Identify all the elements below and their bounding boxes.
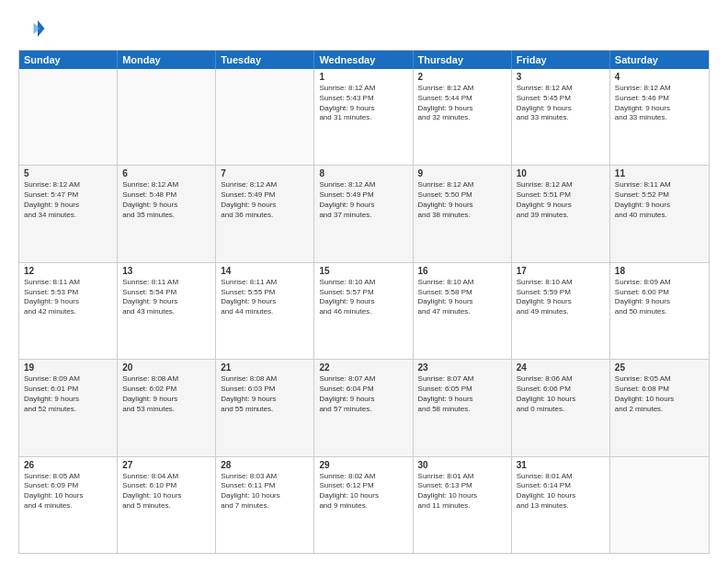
day-number: 9	[418, 168, 506, 178]
day-info: Sunrise: 8:12 AM Sunset: 5:49 PM Dayligh…	[221, 180, 309, 220]
day-info: Sunrise: 8:12 AM Sunset: 5:44 PM Dayligh…	[418, 84, 506, 123]
day-info: Sunrise: 8:12 AM Sunset: 5:47 PM Dayligh…	[24, 180, 112, 220]
day-number: 20	[122, 362, 210, 373]
day-number: 28	[221, 460, 309, 470]
day-info: Sunrise: 8:11 AM Sunset: 5:55 PM Dayligh…	[221, 278, 309, 317]
day-number: 27	[122, 460, 210, 470]
day-info: Sunrise: 8:12 AM Sunset: 5:48 PM Dayligh…	[122, 180, 210, 220]
week-row-2: 5Sunrise: 8:12 AM Sunset: 5:47 PM Daylig…	[19, 166, 709, 262]
day-info: Sunrise: 8:12 AM Sunset: 5:43 PM Dayligh…	[319, 84, 407, 123]
day-info: Sunrise: 8:04 AM Sunset: 6:10 PM Dayligh…	[122, 472, 210, 511]
day-cell-13: 13Sunrise: 8:11 AM Sunset: 5:54 PM Dayli…	[118, 263, 216, 359]
day-number: 2	[418, 72, 506, 82]
day-number: 3	[517, 72, 605, 82]
week-row-3: 12Sunrise: 8:11 AM Sunset: 5:53 PM Dayli…	[19, 263, 709, 360]
day-cell-20: 20Sunrise: 8:08 AM Sunset: 6:02 PM Dayli…	[118, 360, 216, 455]
day-cell-empty-0-0	[19, 69, 118, 165]
day-number: 22	[319, 362, 407, 373]
day-number: 11	[615, 168, 704, 178]
calendar: SundayMondayTuesdayWednesdayThursdayFrid…	[18, 50, 710, 554]
day-number: 17	[517, 266, 605, 276]
day-info: Sunrise: 8:12 AM Sunset: 5:46 PM Dayligh…	[615, 84, 704, 123]
day-info: Sunrise: 8:01 AM Sunset: 6:14 PM Dayligh…	[517, 472, 605, 511]
header-day-tuesday: Tuesday	[216, 51, 314, 69]
day-number: 1	[319, 72, 407, 82]
day-cell-3: 3Sunrise: 8:12 AM Sunset: 5:45 PM Daylig…	[512, 69, 610, 165]
day-number: 6	[122, 168, 210, 178]
day-number: 7	[221, 168, 309, 178]
day-cell-14: 14Sunrise: 8:11 AM Sunset: 5:55 PM Dayli…	[216, 263, 314, 359]
day-number: 26	[24, 460, 112, 470]
day-info: Sunrise: 8:09 AM Sunset: 6:01 PM Dayligh…	[24, 374, 112, 414]
week-row-4: 19Sunrise: 8:09 AM Sunset: 6:01 PM Dayli…	[19, 360, 709, 456]
day-cell-10: 10Sunrise: 8:12 AM Sunset: 5:51 PM Dayli…	[512, 166, 610, 261]
day-info: Sunrise: 8:02 AM Sunset: 6:12 PM Dayligh…	[319, 472, 407, 511]
day-number: 30	[418, 460, 506, 470]
day-cell-31: 31Sunrise: 8:01 AM Sunset: 6:14 PM Dayli…	[512, 457, 610, 553]
day-cell-24: 24Sunrise: 8:06 AM Sunset: 6:06 PM Dayli…	[512, 360, 610, 455]
day-cell-empty-0-1	[118, 69, 216, 165]
day-info: Sunrise: 8:12 AM Sunset: 5:49 PM Dayligh…	[319, 180, 407, 220]
header-day-friday: Friday	[512, 51, 610, 69]
day-info: Sunrise: 8:08 AM Sunset: 6:03 PM Dayligh…	[221, 374, 309, 414]
day-cell-11: 11Sunrise: 8:11 AM Sunset: 5:52 PM Dayli…	[610, 166, 709, 261]
day-info: Sunrise: 8:07 AM Sunset: 6:04 PM Dayligh…	[319, 374, 407, 414]
day-info: Sunrise: 8:11 AM Sunset: 5:54 PM Dayligh…	[122, 278, 210, 317]
day-cell-23: 23Sunrise: 8:07 AM Sunset: 6:05 PM Dayli…	[414, 360, 512, 455]
week-row-5: 26Sunrise: 8:05 AM Sunset: 6:09 PM Dayli…	[19, 457, 709, 553]
header-day-monday: Monday	[118, 51, 216, 69]
day-cell-1: 1Sunrise: 8:12 AM Sunset: 5:43 PM Daylig…	[314, 69, 413, 165]
day-info: Sunrise: 8:10 AM Sunset: 5:59 PM Dayligh…	[517, 278, 605, 317]
header-day-thursday: Thursday	[414, 51, 512, 69]
day-number: 12	[24, 266, 112, 276]
calendar-header: SundayMondayTuesdayWednesdayThursdayFrid…	[19, 51, 709, 69]
day-cell-21: 21Sunrise: 8:08 AM Sunset: 6:03 PM Dayli…	[216, 360, 314, 455]
day-info: Sunrise: 8:10 AM Sunset: 5:57 PM Dayligh…	[319, 278, 407, 317]
day-number: 25	[615, 362, 704, 373]
day-cell-empty-4-6	[610, 457, 709, 553]
day-info: Sunrise: 8:10 AM Sunset: 5:58 PM Dayligh…	[418, 278, 506, 317]
day-info: Sunrise: 8:09 AM Sunset: 6:00 PM Dayligh…	[615, 278, 704, 317]
logo	[18, 15, 50, 42]
day-cell-27: 27Sunrise: 8:04 AM Sunset: 6:10 PM Dayli…	[118, 457, 216, 553]
day-info: Sunrise: 8:12 AM Sunset: 5:45 PM Dayligh…	[517, 84, 605, 123]
day-number: 18	[615, 266, 704, 276]
day-cell-8: 8Sunrise: 8:12 AM Sunset: 5:49 PM Daylig…	[314, 166, 413, 261]
day-cell-15: 15Sunrise: 8:10 AM Sunset: 5:57 PM Dayli…	[314, 263, 413, 359]
day-info: Sunrise: 8:05 AM Sunset: 6:09 PM Dayligh…	[24, 472, 112, 511]
day-info: Sunrise: 8:08 AM Sunset: 6:02 PM Dayligh…	[122, 374, 210, 414]
day-info: Sunrise: 8:12 AM Sunset: 5:51 PM Dayligh…	[517, 180, 605, 220]
day-cell-7: 7Sunrise: 8:12 AM Sunset: 5:49 PM Daylig…	[216, 166, 314, 261]
day-number: 4	[615, 72, 704, 82]
day-cell-2: 2Sunrise: 8:12 AM Sunset: 5:44 PM Daylig…	[414, 69, 512, 165]
day-number: 16	[418, 266, 506, 276]
day-info: Sunrise: 8:06 AM Sunset: 6:06 PM Dayligh…	[517, 374, 605, 414]
day-info: Sunrise: 8:12 AM Sunset: 5:50 PM Dayligh…	[418, 180, 506, 220]
header-day-wednesday: Wednesday	[314, 51, 413, 69]
day-info: Sunrise: 8:05 AM Sunset: 6:08 PM Dayligh…	[615, 374, 704, 414]
header-day-saturday: Saturday	[610, 51, 709, 69]
day-number: 19	[24, 362, 112, 373]
day-number: 21	[221, 362, 309, 373]
day-info: Sunrise: 8:11 AM Sunset: 5:52 PM Dayligh…	[615, 180, 704, 220]
day-cell-22: 22Sunrise: 8:07 AM Sunset: 6:04 PM Dayli…	[314, 360, 413, 455]
day-info: Sunrise: 8:03 AM Sunset: 6:11 PM Dayligh…	[221, 472, 309, 511]
page: SundayMondayTuesdayWednesdayThursdayFrid…	[0, 0, 728, 563]
day-cell-29: 29Sunrise: 8:02 AM Sunset: 6:12 PM Dayli…	[314, 457, 413, 553]
day-info: Sunrise: 8:07 AM Sunset: 6:05 PM Dayligh…	[418, 374, 506, 414]
day-cell-5: 5Sunrise: 8:12 AM Sunset: 5:47 PM Daylig…	[19, 166, 118, 261]
day-number: 29	[319, 460, 407, 470]
day-number: 15	[319, 266, 407, 276]
day-number: 13	[122, 266, 210, 276]
day-number: 24	[517, 362, 605, 373]
day-info: Sunrise: 8:11 AM Sunset: 5:53 PM Dayligh…	[24, 278, 112, 317]
day-cell-19: 19Sunrise: 8:09 AM Sunset: 6:01 PM Dayli…	[19, 360, 118, 455]
day-cell-30: 30Sunrise: 8:01 AM Sunset: 6:13 PM Dayli…	[414, 457, 512, 553]
day-cell-17: 17Sunrise: 8:10 AM Sunset: 5:59 PM Dayli…	[512, 263, 610, 359]
day-cell-9: 9Sunrise: 8:12 AM Sunset: 5:50 PM Daylig…	[414, 166, 512, 261]
day-cell-empty-0-2	[216, 69, 314, 165]
calendar-body: 1Sunrise: 8:12 AM Sunset: 5:43 PM Daylig…	[19, 69, 709, 553]
day-number: 8	[319, 168, 407, 178]
day-cell-6: 6Sunrise: 8:12 AM Sunset: 5:48 PM Daylig…	[118, 166, 216, 261]
day-cell-26: 26Sunrise: 8:05 AM Sunset: 6:09 PM Dayli…	[19, 457, 118, 553]
